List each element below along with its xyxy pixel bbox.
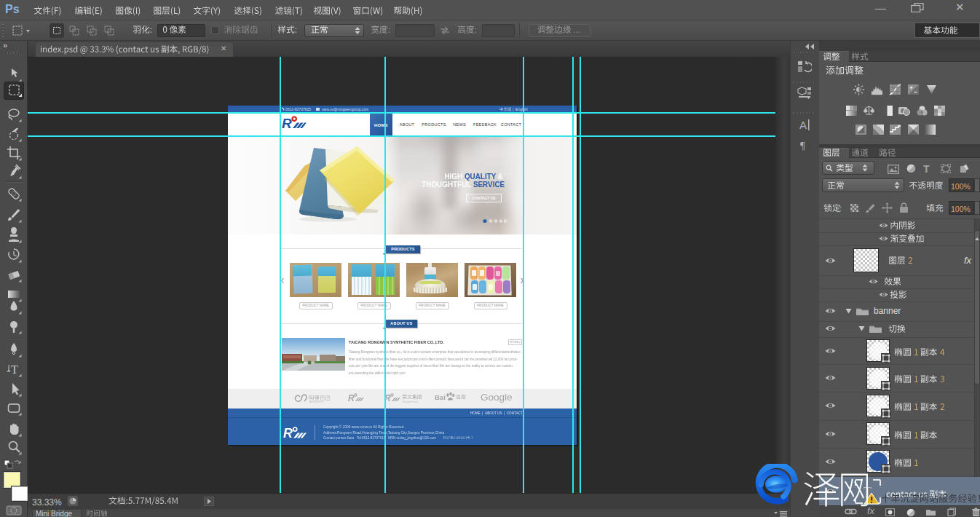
svg-text:R: R	[348, 393, 355, 403]
svg-text:R: R	[282, 116, 292, 130]
svg-text:R: R	[283, 426, 293, 441]
svg-text:¶: ¶	[800, 140, 805, 151]
svg-text:A: A	[799, 119, 807, 131]
svg-text:T: T	[11, 363, 18, 376]
